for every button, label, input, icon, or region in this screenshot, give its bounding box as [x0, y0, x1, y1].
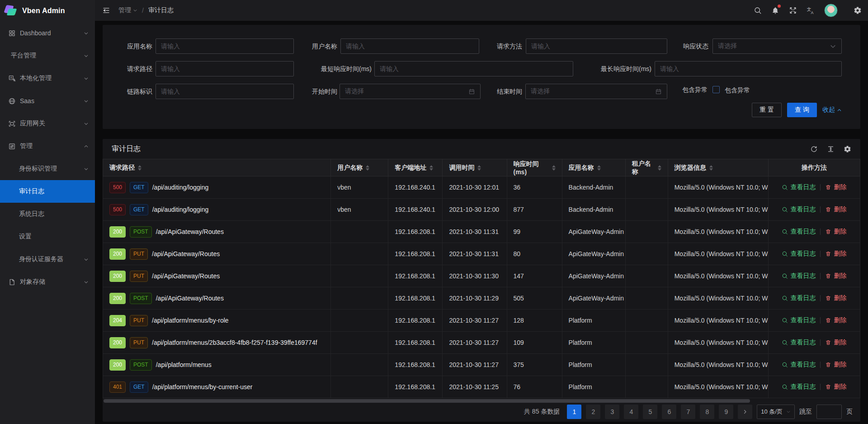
column-header-响应时间(ms)[interactable]: 响应时间(ms)	[507, 159, 562, 176]
sort-caret-icon[interactable]	[709, 165, 713, 171]
notification-bell-icon[interactable]	[771, 6, 779, 14]
view-log-link[interactable]: 查看日志	[782, 383, 816, 391]
sort-caret-icon[interactable]	[658, 165, 661, 171]
sort-caret-icon[interactable]	[552, 165, 556, 171]
sidebar-item-Saas[interactable]: Saas	[0, 90, 95, 112]
max-response-time-input[interactable]	[655, 61, 842, 76]
reset-button[interactable]: 重 置	[752, 103, 782, 117]
request-path: /api/auditing/logging	[152, 184, 209, 191]
view-log-link[interactable]: 查看日志	[782, 361, 816, 369]
view-log-link[interactable]: 查看日志	[782, 183, 816, 191]
view-log-link[interactable]: 查看日志	[782, 316, 816, 324]
user-name-input[interactable]	[340, 38, 479, 54]
jump-to-page-input[interactable]	[816, 405, 842, 419]
request-path-input[interactable]	[156, 61, 294, 76]
sidebar-item-设置[interactable]: 设置	[0, 225, 95, 248]
column-header-label: 响应时间(ms)	[514, 160, 549, 176]
sidebar-item-身份标识管理[interactable]: 身份标识管理	[0, 157, 95, 180]
sidebar-item-平台管理[interactable]: 平台管理	[0, 44, 95, 67]
view-log-link[interactable]: 查看日志	[782, 338, 816, 347]
delete-link[interactable]: 删除	[825, 250, 846, 258]
view-log-link[interactable]: 查看日志	[782, 205, 816, 214]
delete-link[interactable]: 删除	[825, 183, 846, 191]
delete-link[interactable]: 删除	[825, 361, 846, 369]
row-height-icon[interactable]	[827, 145, 835, 153]
view-log-link[interactable]: 查看日志	[782, 294, 816, 302]
page-button-4[interactable]: 4	[624, 405, 638, 419]
app-logo[interactable]: Vben Admin	[0, 0, 95, 22]
page-size-select[interactable]: 10 条/页	[757, 405, 795, 419]
page-button-3[interactable]: 3	[605, 405, 619, 419]
delete-link[interactable]: 删除	[825, 228, 846, 236]
user-avatar[interactable]	[824, 4, 838, 17]
column-header-租户名称[interactable]: 租户名称	[625, 159, 668, 176]
trace-id-input[interactable]	[156, 84, 294, 99]
page-button-1[interactable]: 1	[567, 405, 581, 419]
min-response-time-input[interactable]	[374, 61, 573, 76]
page-button-9[interactable]: 9	[719, 405, 733, 419]
sidebar-collapse-icon[interactable]	[102, 6, 110, 14]
sidebar-item-管理[interactable]: 管理	[0, 135, 95, 157]
sort-caret-icon[interactable]	[366, 165, 369, 171]
delete-link[interactable]: 删除	[825, 272, 846, 280]
delete-link[interactable]: 删除	[825, 383, 846, 391]
tenant-name	[625, 332, 668, 354]
refresh-icon[interactable]	[810, 145, 818, 153]
audit-log-table: 请求路径用户名称客户端地址调用时间响应时间(ms)应用名称租户名称浏览器信息操作…	[103, 159, 860, 398]
grid-icon	[8, 29, 16, 37]
response-time: 36	[507, 176, 562, 199]
column-header-客户端地址[interactable]: 客户端地址	[388, 159, 443, 176]
response-status-select[interactable]: 请选择	[712, 38, 842, 54]
delete-link[interactable]: 删除	[825, 316, 846, 324]
sidebar-item-Dashboard[interactable]: Dashboard	[0, 22, 95, 44]
column-header-调用时间[interactable]: 调用时间	[443, 159, 507, 176]
query-button[interactable]: 查 询	[787, 103, 817, 117]
collapse-form-link[interactable]: 收起	[822, 106, 842, 114]
sidebar-item-身份认证服务器[interactable]: 身份认证服务器	[0, 248, 95, 271]
sort-caret-icon[interactable]	[597, 165, 601, 171]
view-log-link[interactable]: 查看日志	[782, 250, 816, 258]
sort-caret-icon[interactable]	[477, 165, 481, 171]
search-icon[interactable]	[754, 6, 762, 14]
column-header-请求路径[interactable]: 请求路径	[103, 159, 331, 176]
request-method-input[interactable]	[526, 38, 667, 54]
delete-link[interactable]: 删除	[825, 205, 846, 214]
page-button-7[interactable]: 7	[681, 405, 695, 419]
sidebar-item-审计日志[interactable]: 审计日志	[0, 180, 95, 203]
page-button-8[interactable]: 8	[700, 405, 714, 419]
delete-trash-icon	[825, 317, 831, 324]
view-log-link[interactable]: 查看日志	[782, 272, 816, 280]
sort-caret-icon[interactable]	[138, 165, 142, 171]
sidebar-item-应用网关[interactable]: 应用网关	[0, 112, 95, 135]
locale-icon: A	[8, 75, 16, 82]
sidebar-item-对象存储[interactable]: 对象存储	[0, 271, 95, 293]
request-path: /api/ApiGateway/Routes	[152, 272, 220, 280]
column-header-用户名称[interactable]: 用户名称	[331, 159, 388, 176]
horizontal-scrollbar-thumb[interactable]	[104, 399, 750, 403]
method-badge: GET	[130, 381, 148, 393]
translate-icon[interactable]: 文A	[807, 6, 815, 14]
column-settings-gear-icon[interactable]	[844, 145, 851, 153]
delete-link[interactable]: 删除	[825, 294, 846, 302]
settings-gear-icon[interactable]	[854, 6, 862, 14]
column-header-应用名称[interactable]: 应用名称	[562, 159, 625, 176]
user-name: vben	[331, 199, 388, 221]
sort-caret-icon[interactable]	[429, 165, 433, 171]
column-header-浏览器信息[interactable]: 浏览器信息	[668, 159, 768, 176]
sidebar-item-系统日志[interactable]: 系统日志	[0, 203, 95, 225]
fullscreen-icon[interactable]	[789, 6, 797, 14]
sidebar-item-本地化管理[interactable]: A本地化管理	[0, 67, 95, 90]
tenant-name	[625, 243, 668, 265]
has-exception-checkbox[interactable]	[712, 86, 720, 93]
next-page-button[interactable]	[738, 405, 752, 419]
breadcrumb-parent[interactable]: 管理	[118, 6, 131, 14]
end-time-picker[interactable]: 请选择	[525, 84, 667, 99]
page-button-2[interactable]: 2	[586, 405, 600, 419]
page-button-6[interactable]: 6	[662, 405, 676, 419]
delete-label: 删除	[834, 272, 846, 280]
page-button-5[interactable]: 5	[643, 405, 657, 419]
view-log-link[interactable]: 查看日志	[782, 228, 816, 236]
app-name-input[interactable]	[156, 38, 294, 54]
delete-link[interactable]: 删除	[825, 338, 846, 347]
start-time-picker[interactable]: 请选择	[340, 84, 481, 99]
